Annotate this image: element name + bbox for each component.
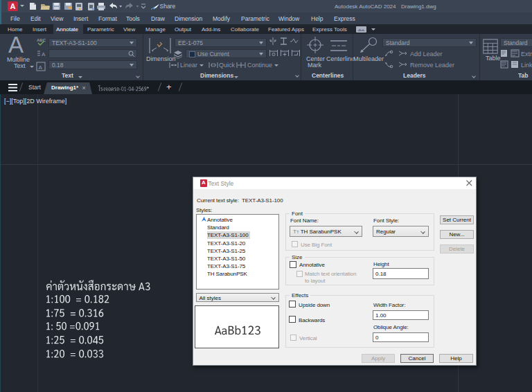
svg-text:A: A xyxy=(39,64,43,71)
svg-text:A: A xyxy=(42,51,46,57)
svg-text:ABC: ABC xyxy=(37,38,46,42)
